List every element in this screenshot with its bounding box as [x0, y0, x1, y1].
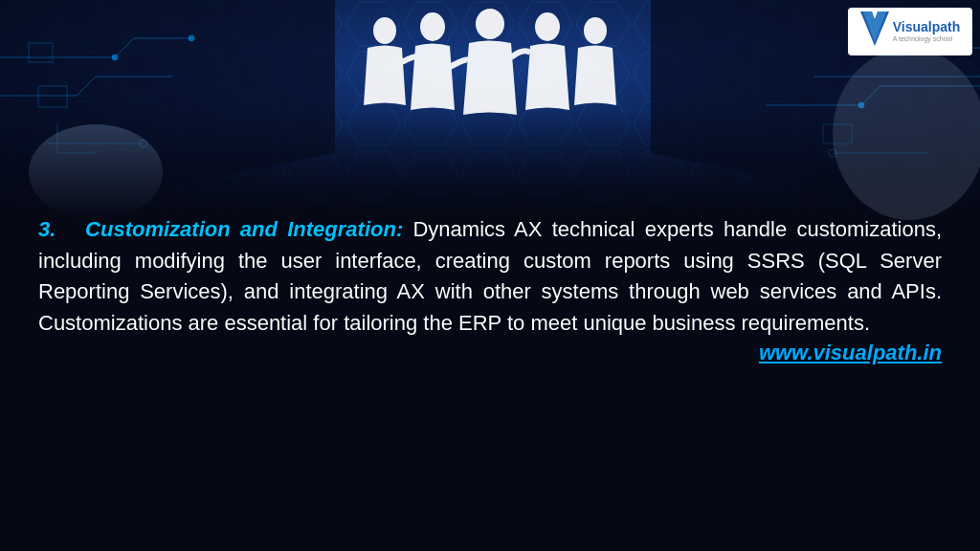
svg-marker-38	[863, 11, 886, 42]
logo-tagline: A technology school	[893, 35, 961, 43]
logo-letter	[860, 11, 889, 53]
svg-point-36	[833, 48, 980, 220]
website-link[interactable]: www.visualpath.in	[38, 341, 942, 365]
logo-text-block: Visualpath A technology school	[893, 20, 961, 42]
main-paragraph: 3. Customization and Integration: Dynami…	[38, 214, 942, 339]
svg-rect-35	[0, 0, 980, 220]
hex-background	[0, 0, 980, 220]
logo-name: Visualpath	[893, 20, 961, 34]
heading-prefix: 3.	[38, 217, 56, 241]
logo: Visualpath A technology school	[848, 8, 972, 55]
slide-container: Visualpath A technology school 3. Custom…	[0, 0, 980, 551]
heading-title: Customization and Integration:	[66, 217, 404, 241]
content-area: 3. Customization and Integration: Dynami…	[0, 197, 980, 551]
